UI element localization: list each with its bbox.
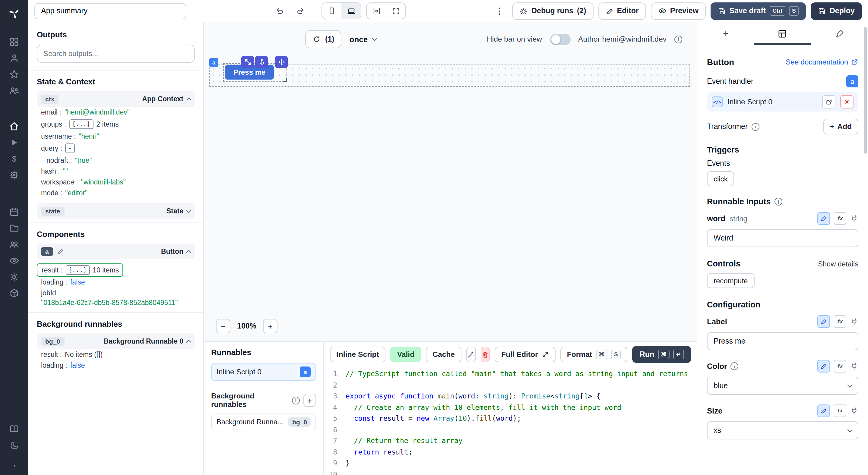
save-draft-button[interactable]: Save draft Ctrl S (711, 2, 806, 20)
component-settings-tab[interactable] (754, 22, 811, 45)
dollar-icon[interactable]: $ (9, 154, 19, 164)
connect-plug-icon[interactable] (850, 317, 858, 326)
output-row-mode[interactable]: mode"editor" (37, 188, 195, 198)
output-row-jobid[interactable]: jobId (37, 287, 195, 298)
eval-expression-icon[interactable]: fx (834, 360, 846, 373)
state-header-row[interactable]: state State (37, 203, 195, 219)
inline-script-item[interactable]: Inline Script 0 a (211, 363, 316, 381)
expand-rail-arrow-icon[interactable]: → (0, 460, 17, 469)
static-value-icon[interactable] (817, 360, 830, 373)
output-row-result[interactable]: result[...]10 items (37, 265, 119, 275)
debug-runs-button[interactable]: Debug runs (2) (512, 2, 593, 20)
zoom-in-button[interactable]: + (263, 319, 277, 333)
size-select[interactable]: xs (707, 421, 858, 439)
eval-expression-icon[interactable]: fx (834, 212, 846, 225)
show-details-link[interactable]: Show details (818, 260, 858, 268)
code-editor[interactable]: 1// TypeScript function called "main" th… (324, 367, 697, 475)
apps-icon[interactable] (9, 37, 19, 47)
background-runnable-item[interactable]: Background Runna... bg_0 (211, 413, 316, 430)
click-event-chip[interactable]: click (707, 171, 734, 186)
run-button[interactable]: Run⌘↵ (632, 346, 691, 363)
output-row-bg-loading[interactable]: loadingfalse (37, 360, 195, 371)
output-row-workspace[interactable]: workspace"windmill-labs" (37, 177, 195, 188)
open-script-button[interactable] (822, 95, 835, 108)
remove-script-button[interactable]: × (840, 95, 854, 108)
static-value-icon[interactable] (817, 404, 830, 417)
connect-plug-icon[interactable] (850, 214, 858, 223)
recompute-chip[interactable]: recompute (707, 273, 754, 288)
redo-button[interactable] (292, 3, 308, 19)
scrollbar[interactable] (864, 27, 867, 154)
eval-expression-icon[interactable]: fx (834, 315, 846, 328)
delete-script-button[interactable] (481, 347, 490, 362)
color-select[interactable]: blue (707, 377, 858, 395)
rename-pencil-icon[interactable] (57, 248, 64, 255)
eye-icon[interactable] (9, 256, 19, 266)
move-component-icon[interactable] (275, 56, 288, 68)
calendar-icon[interactable] (9, 207, 19, 217)
info-icon[interactable]: i (775, 198, 782, 206)
editor-button[interactable]: Editor (598, 2, 646, 20)
insert-component-tab[interactable]: + (697, 22, 754, 45)
schedule-select[interactable]: once (349, 35, 376, 44)
bg0-header-row[interactable]: bg_0 Background Runnable 0 (37, 333, 195, 349)
home-icon[interactable] (9, 121, 19, 131)
more-menu-icon[interactable]: ⋮ (492, 6, 507, 16)
team-icon[interactable] (9, 86, 19, 96)
mobile-view-button[interactable] (322, 3, 341, 19)
ctx-header-row[interactable]: ctx App Context (37, 91, 195, 107)
refresh-button[interactable]: (1) (305, 30, 342, 48)
desktop-view-button[interactable] (341, 3, 361, 19)
event-script-row[interactable]: </> Inline Script 0 × (707, 92, 858, 111)
undo-button[interactable] (272, 3, 288, 19)
connect-plug-icon[interactable] (850, 362, 858, 370)
info-icon[interactable]: i (751, 123, 759, 131)
styling-tab[interactable] (811, 22, 868, 45)
static-value-icon[interactable] (817, 212, 830, 225)
inline-script-tab[interactable]: Inline Script (330, 347, 386, 362)
cache-button[interactable]: Cache (426, 347, 461, 362)
output-row-query[interactable]: query- (37, 142, 195, 155)
add-background-runnable-button[interactable]: + (303, 394, 316, 407)
zoom-out-button[interactable]: − (216, 319, 230, 333)
hide-bar-toggle[interactable] (550, 33, 570, 45)
app-canvas[interactable]: (1) once Hide bar on view Author henri@w… (204, 22, 697, 341)
format-button[interactable]: Format⌘S (560, 347, 628, 362)
info-icon[interactable]: i (731, 362, 739, 370)
component-a-header-row[interactable]: a Button (37, 243, 195, 259)
output-row-username[interactable]: username"henri" (37, 131, 195, 142)
word-input[interactable] (707, 229, 858, 247)
output-row-email[interactable]: email"henri@windmill.dev" (37, 107, 195, 117)
info-icon[interactable]: i (292, 396, 300, 404)
eval-expression-icon[interactable]: fx (834, 404, 846, 417)
preview-button[interactable]: Preview (651, 2, 706, 20)
play-icon[interactable] (9, 137, 19, 148)
deploy-button[interactable]: Deploy (811, 2, 862, 20)
info-icon[interactable]: i (674, 35, 682, 43)
gear-icon[interactable] (9, 272, 19, 282)
ai-wand-button[interactable] (466, 347, 476, 362)
output-row-nodraft[interactable]: nodraft"true" (37, 155, 195, 166)
static-value-icon[interactable] (817, 315, 830, 328)
output-row-loading[interactable]: loadingfalse (37, 277, 195, 287)
book-icon[interactable] (9, 424, 19, 434)
folder-icon[interactable] (9, 223, 19, 233)
star-icon[interactable] (9, 69, 19, 79)
output-row-groups[interactable]: groups[...]2 items (37, 117, 195, 131)
expand-component-icon[interactable] (241, 56, 254, 68)
add-transformer-button[interactable]: +Add (824, 119, 858, 134)
fullscreen-button[interactable] (386, 3, 405, 19)
helm-icon[interactable] (9, 170, 19, 180)
centered-layout-button[interactable] (367, 3, 386, 19)
anchor-component-icon[interactable] (255, 56, 268, 68)
cube-icon[interactable] (9, 288, 19, 298)
see-documentation-link[interactable]: See documentation (786, 58, 858, 66)
output-row-hash[interactable]: hash"" (37, 166, 195, 177)
full-editor-button[interactable]: Full Editor (495, 347, 556, 362)
user-icon[interactable] (9, 53, 19, 63)
app-summary-input[interactable] (34, 3, 186, 19)
output-row-bg-result[interactable]: resultNo items ([]) (37, 349, 195, 360)
group-icon[interactable] (9, 239, 19, 249)
connect-plug-icon[interactable] (850, 407, 858, 415)
moon-icon[interactable] (9, 440, 19, 450)
